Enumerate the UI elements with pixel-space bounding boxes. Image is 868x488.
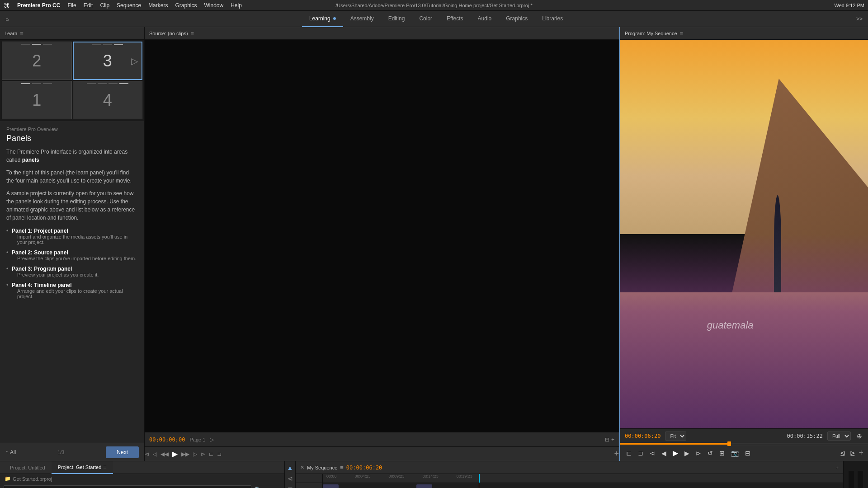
source-plus-icon[interactable]: + [611, 436, 614, 443]
source-mark-in-button[interactable]: ⊏ [209, 451, 213, 457]
program-label: Program: My Sequence [625, 31, 677, 36]
workspace-more-button[interactable]: >> [856, 16, 863, 22]
menu-window[interactable]: Window [204, 2, 224, 9]
source-prev-button[interactable]: ◁ [153, 451, 157, 457]
workspace-header: ⌂ Learning Assembly Editing Color Effect… [0, 11, 868, 27]
timeline-tracks: 🔒 V2 👁 M S Cross Cross Di [296, 483, 843, 488]
program-panel: Program: My Sequence ≡ guatemala 00:00:0… [619, 27, 868, 461]
project-path: 📁 Get Started.prproj [0, 474, 284, 483]
app-name[interactable]: Premiere Pro CC [17, 2, 60, 9]
prog-export-frame[interactable]: 📷 [730, 448, 740, 458]
source-step-back-button[interactable]: ◀◀ [160, 451, 169, 457]
project-tab-get-started[interactable]: Project: Get Started ≡ [52, 461, 113, 474]
project-tab-untitled[interactable]: Project: Untitled [4, 461, 52, 474]
source-step-in-button[interactable]: ⊲ [145, 451, 149, 457]
source-add-button[interactable]: + [614, 449, 619, 459]
home-button[interactable]: ⌂ [5, 16, 9, 22]
menu-graphics[interactable]: Graphics [175, 2, 197, 9]
source-timecode-bar: 00;00;00;00 Page 1 ▷ ⊟ + [145, 432, 619, 446]
timeline-add-track[interactable]: + [836, 465, 839, 470]
source-next-button[interactable]: ▷ [193, 451, 197, 457]
source-play-button[interactable]: ▶ [172, 450, 178, 458]
menu-help[interactable]: Help [231, 2, 242, 9]
timeline-ruler[interactable]: 00:00 00:04:23 00:09:23 00:14:23 00:19:2… [323, 474, 843, 483]
timeline-collapse-icon[interactable]: ✕ [300, 465, 304, 470]
prog-loop[interactable]: ↺ [706, 448, 714, 458]
prog-next-frame[interactable]: ▶ [683, 448, 691, 458]
prog-safe-margins[interactable]: ⊞ [718, 448, 726, 458]
v2-clip-cross2[interactable]: Cross Di [416, 484, 432, 488]
menubar-time: Wed 9:12 PM [835, 3, 864, 8]
tab-graphics[interactable]: Graphics [499, 11, 535, 27]
thumbnail-1[interactable]: 1 [2, 81, 72, 119]
tool-ripple[interactable]: ⊞ [286, 485, 295, 488]
tab-color[interactable]: Color [412, 11, 439, 27]
apple-menu[interactable]: ⌘ [4, 2, 10, 9]
prog-step-out[interactable]: ⊳ [694, 448, 703, 458]
quality-select[interactable]: Full [827, 432, 851, 441]
program-menu-icon[interactable]: ≡ [680, 30, 684, 37]
source-page-next-icon[interactable]: ▷ [210, 436, 214, 443]
track-v2: 🔒 V2 👁 M S Cross Cross Di [296, 483, 843, 488]
track-v2-area[interactable]: Cross Cross Di [323, 483, 843, 488]
learn-panel: Learn ≡ 2 3 ▷ 1 4 Premie [0, 27, 145, 461]
thumbnail-4[interactable]: 4 [73, 81, 143, 119]
thumbnail-2[interactable]: 2 [2, 42, 72, 80]
thumbnail-play-icon[interactable]: ▷ [131, 56, 138, 66]
tool-track-select[interactable]: ⊲ [286, 474, 295, 483]
prog-mark-in[interactable]: ⊏ [625, 448, 633, 458]
project-panel: Project: Untitled Project: Get Started ≡… [0, 461, 285, 488]
menu-edit[interactable]: Edit [84, 2, 93, 9]
v2-clip-cross1[interactable]: Cross [323, 484, 339, 488]
thumbnail-3[interactable]: 3 ▷ [73, 42, 143, 80]
workspace-tabs: Learning Assembly Editing Color Effects … [16, 11, 856, 27]
menu-sequence[interactable]: Sequence [117, 2, 141, 9]
panel-toolbar: ▲ ⊲ ⊞ ⊟ ≺ ✂ ⊳ ✏ ✋ T [285, 461, 296, 488]
track-v2-header: 🔒 V2 👁 M S [296, 483, 323, 488]
learn-menu-icon[interactable]: ≡ [20, 30, 24, 37]
prog-play-button[interactable]: ▶ [671, 447, 679, 459]
next-button[interactable]: Next [106, 446, 139, 458]
menu-clip[interactable]: Clip [100, 2, 109, 9]
prog-mark-out[interactable]: ⊐ [637, 448, 645, 458]
tab-effects[interactable]: Effects [439, 11, 470, 27]
prog-prev-frame[interactable]: ◀ [660, 448, 668, 458]
tab-libraries[interactable]: Libraries [535, 11, 570, 27]
tab-learning[interactable]: Learning [302, 11, 343, 27]
fit-select[interactable]: Fit [665, 432, 686, 441]
all-button[interactable]: ↑ All [5, 449, 16, 455]
ruler-times: 00:00 00:04:23 00:09:23 00:14:23 00:19:2… [323, 474, 843, 479]
timeline-panel: ✕ My Sequence ≡ 00:00:06:20 + 00:00 00:0… [296, 461, 843, 488]
source-timecode-left: 00;00;00;00 [149, 436, 185, 443]
prog-step-in[interactable]: ⊲ [648, 448, 656, 458]
source-menu-icon[interactable]: ≡ [191, 30, 194, 37]
tab-assembly[interactable]: Assembly [343, 11, 381, 27]
source-step-out-button[interactable]: ⊳ [201, 451, 205, 457]
source-mark-out-button[interactable]: ⊐ [217, 451, 222, 457]
source-video-area [145, 40, 619, 432]
learn-content: Premiere Pro Overview Panels The Premier… [0, 121, 144, 443]
tab-editing[interactable]: Editing [381, 11, 412, 27]
source-label: Source: (no clips) [149, 31, 188, 36]
prog-settings[interactable]: ⊟ [744, 448, 752, 458]
source-wrench-icon[interactable]: ⊟ [605, 436, 609, 443]
prog-trim-prev[interactable]: ⊴ [839, 448, 847, 458]
tab-audio[interactable]: Audio [471, 11, 499, 27]
tool-select[interactable]: ▲ [286, 463, 295, 472]
menu-markers[interactable]: Markers [148, 2, 168, 9]
menu-file[interactable]: File [67, 2, 76, 9]
prog-trim-next[interactable]: ⊵ [849, 448, 857, 458]
program-zoom-icon[interactable]: ⊕ [855, 431, 863, 441]
project-search-icon[interactable]: 🔍 [254, 487, 262, 488]
overlay-text: guatemala [707, 319, 754, 331]
program-progress-bar[interactable] [620, 443, 868, 445]
timeline-menu-icon[interactable]: ≡ [340, 464, 344, 471]
source-page: Page 1 [189, 437, 205, 442]
project-menu-icon[interactable]: ≡ [103, 464, 107, 470]
program-video-preview: guatemala [620, 40, 868, 428]
source-step-fwd-button[interactable]: ▶▶ [181, 451, 189, 457]
prog-add-button[interactable]: + [859, 448, 863, 458]
panel-list-item-2: Panel 2: Source panel Preview the clips … [6, 248, 138, 264]
project-search-input[interactable] [4, 485, 251, 488]
panel-list: Panel 1: Project panel Import and organi… [6, 226, 138, 302]
